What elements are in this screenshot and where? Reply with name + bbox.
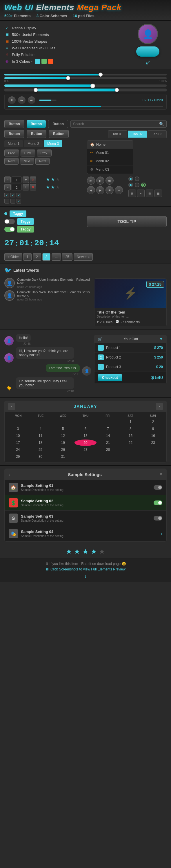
cal-day-10[interactable]: 10 — [7, 433, 29, 439]
decrement-btn-1[interactable]: − — [4, 177, 11, 183]
cal-day-20[interactable]: 20 — [74, 439, 97, 446]
search-box[interactable]: 🔍 — [70, 120, 167, 128]
cal-day-13[interactable]: 13 — [74, 433, 97, 439]
next-btn-2[interactable]: Next — [20, 158, 34, 164]
tab-3[interactable]: Tab 03 — [147, 130, 167, 137]
page-btn-25[interactable]: 25 — [62, 253, 72, 261]
button-1[interactable]: Button — [4, 120, 24, 128]
prev-btn-3[interactable]: Prev. — [37, 150, 52, 156]
cal-day-5[interactable]: 5 — [52, 426, 74, 432]
checkbox-3[interactable]: ✓ — [16, 193, 21, 197]
cal-day-23[interactable]: 23 — [142, 439, 164, 446]
vol-down-btn[interactable]: ◀ — [87, 186, 95, 194]
settings-close-btn[interactable]: × — [160, 472, 162, 477]
delete-btn-1[interactable]: ✕ — [30, 177, 36, 183]
search-input[interactable] — [73, 122, 158, 126]
cal-day-30[interactable]: 30 — [30, 454, 52, 460]
delete-btn-2[interactable]: ✕ — [30, 184, 36, 190]
cal-day-6[interactable]: 6 — [74, 426, 97, 432]
star-3[interactable]: ★ — [56, 177, 60, 182]
star-empty-1[interactable]: ★ — [99, 548, 105, 555]
slider-handle-3[interactable] — [91, 84, 95, 88]
skip-fwd-btn[interactable]: ⏭ — [105, 177, 114, 185]
checkbox-6[interactable]: ✓ — [16, 199, 21, 204]
prev-btn-2[interactable]: Prev. — [21, 150, 35, 156]
button-4[interactable]: Button — [4, 130, 24, 138]
cal-day-16[interactable]: 16 — [142, 433, 164, 439]
card-view-btn[interactable]: ▦ — [155, 190, 162, 197]
pause-button[interactable]: ⏸ — [8, 96, 15, 104]
cal-day-11[interactable]: 11 — [30, 433, 52, 439]
radio-3[interactable] — [128, 183, 133, 187]
page-btn-2[interactable]: 2 — [33, 253, 41, 261]
cart-dropdown-icon[interactable]: ▼ — [160, 337, 163, 341]
dropdown-item-2[interactable]: ✏ Menu 02 — [87, 157, 133, 165]
star-filled-4[interactable]: ★ — [91, 548, 97, 555]
star-filled-2[interactable]: ★ — [74, 548, 80, 555]
cal-day-27[interactable]: 27 — [74, 446, 97, 453]
page-btn-1[interactable]: 1 — [23, 253, 32, 261]
eject-btn[interactable]: ⏏ — [115, 186, 123, 194]
cal-day-7[interactable]: 7 — [97, 426, 119, 432]
cal-day-4[interactable]: 4 — [30, 426, 52, 432]
button-2[interactable]: Button — [27, 120, 46, 128]
toggle-setting-3[interactable] — [153, 516, 162, 521]
toggle-1[interactable] — [4, 219, 15, 224]
checkbox-2[interactable]: ✓ — [10, 193, 15, 197]
cal-day-31[interactable]: 31 — [52, 454, 74, 460]
slider-handle-range-left[interactable] — [34, 88, 38, 92]
dropdown-header[interactable]: 🏠 Home — [87, 141, 133, 149]
cal-day-12[interactable]: 12 — [52, 433, 74, 439]
table-view-btn[interactable]: ⊟ — [146, 190, 153, 197]
forward-button[interactable]: ⏭ — [28, 96, 35, 104]
button-3[interactable]: Button — [48, 120, 68, 128]
volume-bar[interactable] — [39, 100, 57, 101]
cal-day-28[interactable]: 28 — [97, 446, 119, 453]
toggle-setting-1[interactable] — [153, 485, 162, 490]
dropdown-item-1[interactable]: ✏ Menu 01 — [87, 149, 133, 157]
menu-tab-1[interactable]: Menu 1 — [4, 140, 23, 147]
menu-tab-2[interactable]: Menu 2 — [24, 140, 43, 147]
star-1[interactable]: ★ — [46, 177, 50, 182]
cal-day-14[interactable]: 14 — [97, 433, 119, 439]
radio-2[interactable] — [135, 177, 139, 181]
cal-day-15[interactable]: 15 — [120, 433, 142, 439]
checkout-btn[interactable]: Checkout — [98, 374, 122, 381]
cal-day-1[interactable]: 1 — [120, 418, 142, 425]
cal-next-btn[interactable]: › — [156, 403, 163, 410]
progress-bar[interactable] — [8, 106, 163, 107]
star-4[interactable]: ★ — [46, 184, 50, 190]
cal-day-29[interactable]: 29 — [7, 454, 29, 460]
cal-day-9[interactable]: 9 — [142, 426, 164, 432]
slider-handle-1[interactable] — [99, 72, 103, 76]
cal-day-19[interactable]: 19 — [52, 439, 74, 446]
grid-view-btn[interactable]: ⊞ — [128, 190, 136, 197]
radio-4[interactable] — [135, 183, 139, 187]
tag-1[interactable]: Taggy — [9, 211, 26, 217]
checkbox-1[interactable]: ✓ — [4, 193, 9, 197]
cal-day-18[interactable]: 18 — [30, 439, 52, 446]
checkbox-5[interactable] — [10, 199, 15, 204]
increment-btn-1[interactable]: + — [23, 177, 29, 183]
footer-cta[interactable]: 🖥 Click Screenshots to view Full Element… — [4, 567, 167, 571]
tag-2[interactable]: Taggy — [17, 218, 34, 225]
slider-track-2[interactable] — [4, 77, 167, 79]
cal-day-24[interactable]: 24 — [7, 446, 29, 453]
increment-btn-2[interactable]: + — [23, 184, 29, 190]
newer-btn[interactable]: Newer » — [74, 253, 93, 261]
older-btn[interactable]: « Older — [4, 253, 22, 261]
toggle-setting-2[interactable] — [153, 500, 162, 505]
play-btn[interactable]: ▶ — [96, 177, 104, 185]
comments-btn[interactable]: 💬 27 comments — [115, 320, 140, 324]
star-6[interactable]: ★ — [56, 184, 60, 190]
cal-day-26[interactable]: 26 — [52, 446, 74, 453]
skip-back-btn[interactable]: ⏮ — [87, 177, 95, 185]
cal-day-22[interactable]: 22 — [120, 439, 142, 446]
list-view-btn[interactable]: ≡ — [137, 190, 145, 197]
cal-day-3[interactable]: 3 — [7, 426, 29, 432]
tag-3[interactable]: Taggy — [17, 226, 34, 232]
slider-handle-range-right[interactable] — [115, 88, 119, 92]
tab-1[interactable]: Tab 01 — [108, 130, 127, 137]
cal-day-17[interactable]: 17 — [7, 439, 29, 446]
checkbox-4[interactable] — [4, 199, 9, 204]
